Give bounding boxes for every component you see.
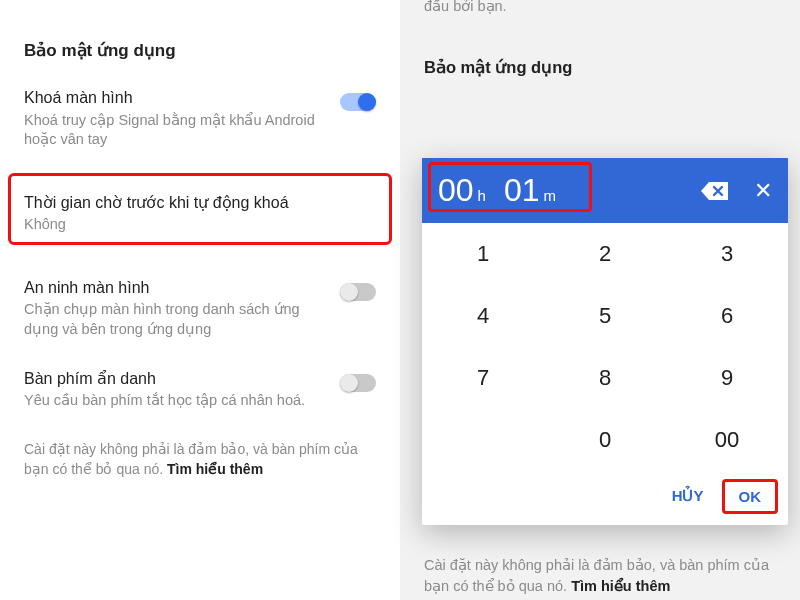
setting-incognito-keyboard[interactable]: Bàn phím ẩn danh Yêu cầu bàn phím tắt họ…	[24, 368, 376, 411]
hours-unit: h	[478, 187, 486, 204]
time-picker-dialog: 00h 01m ✕ 1 2 3 4 5 6 7 8	[422, 158, 788, 525]
section-title: Bảo mật ứng dụng	[424, 58, 776, 77]
hours-value[interactable]: 00	[438, 172, 474, 209]
setting-screen-security[interactable]: An ninh màn hình Chặn chụp màn hình tron…	[24, 277, 376, 340]
key-6[interactable]: 6	[666, 285, 788, 347]
key-00[interactable]: 00	[666, 409, 788, 471]
minutes-value[interactable]: 01	[504, 172, 540, 209]
footer-note: Cài đặt này không phải là đảm bảo, và bà…	[424, 555, 776, 596]
cutoff-text: đầu bởi bạn.	[424, 0, 776, 18]
key-3[interactable]: 3	[666, 223, 788, 285]
toggle-screen-security[interactable]	[340, 283, 376, 301]
dialog-action-row: HỦY OK	[422, 471, 788, 525]
setting-title: Bàn phím ẩn danh	[24, 368, 330, 390]
setting-lock-timeout[interactable]: Thời gian chờ trước khi tự động khoá Khô…	[24, 178, 376, 249]
toggle-incognito-keyboard[interactable]	[340, 374, 376, 392]
keypad: 1 2 3 4 5 6 7 8 9 0 00	[422, 223, 788, 471]
cancel-button[interactable]: HỦY	[654, 477, 722, 515]
minutes-unit: m	[544, 187, 557, 204]
key-8[interactable]: 8	[544, 347, 666, 409]
toggle-screen-lock[interactable]	[340, 93, 376, 111]
backspace-icon[interactable]	[700, 180, 730, 202]
key-blank	[422, 409, 544, 471]
setting-screen-lock[interactable]: Khoá màn hình Khoá truy cập Signal bằng …	[24, 87, 376, 150]
key-0[interactable]: 0	[544, 409, 666, 471]
learn-more-link[interactable]: Tìm hiểu thêm	[571, 578, 670, 594]
setting-title: Khoá màn hình	[24, 87, 330, 109]
key-1[interactable]: 1	[422, 223, 544, 285]
time-display: 00h 01m	[438, 172, 556, 209]
setting-sub: Không	[24, 215, 366, 235]
setting-sub: Khoá truy cập Signal bằng mật khẩu Andro…	[24, 111, 330, 150]
setting-title: An ninh màn hình	[24, 277, 330, 299]
footer-note: Cài đặt này không phải là đảm bảo, và bà…	[24, 439, 376, 480]
key-5[interactable]: 5	[544, 285, 666, 347]
setting-sub: Yêu cầu bàn phím tắt học tập cá nhân hoá…	[24, 391, 330, 411]
setting-sub: Chặn chụp màn hình trong danh sách ứng d…	[24, 300, 330, 339]
setting-title: Thời gian chờ trước khi tự động khoá	[24, 192, 366, 214]
key-7[interactable]: 7	[422, 347, 544, 409]
key-2[interactable]: 2	[544, 223, 666, 285]
key-9[interactable]: 9	[666, 347, 788, 409]
section-title: Bảo mật ứng dụng	[24, 40, 376, 61]
close-icon[interactable]: ✕	[754, 180, 772, 202]
ok-button[interactable]: OK	[722, 479, 779, 514]
key-4[interactable]: 4	[422, 285, 544, 347]
learn-more-link[interactable]: Tìm hiểu thêm	[167, 461, 263, 477]
dialog-header: 00h 01m ✕	[422, 158, 788, 223]
